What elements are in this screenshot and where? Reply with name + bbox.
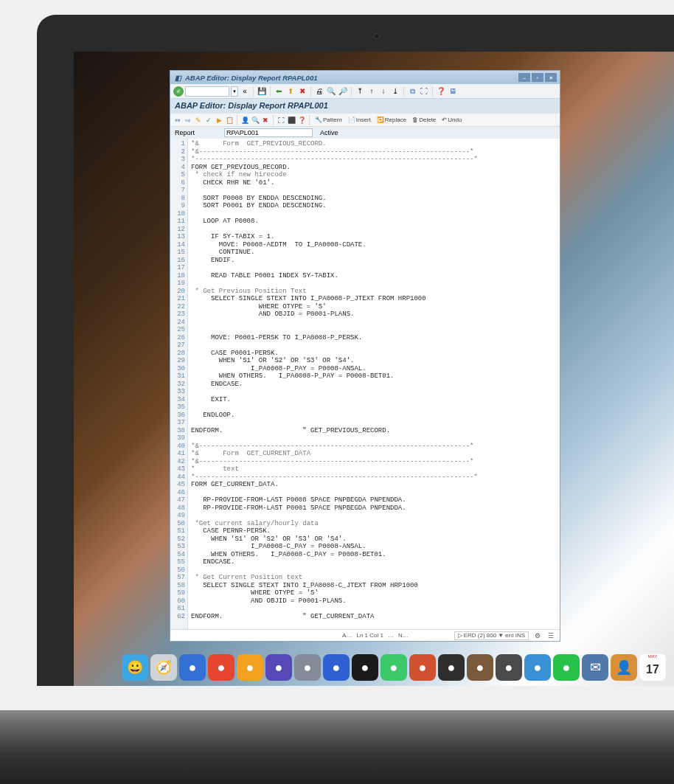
new-session-icon[interactable]: ⧉ bbox=[407, 86, 417, 97]
line-number: 43 bbox=[170, 465, 185, 473]
code-line: CASE PERNR-PERSK. bbox=[191, 527, 557, 535]
code-line: *& Form GET_PREVIOUS_RECORD. bbox=[191, 140, 557, 148]
code-line: MOVE: P0001-PERSK TO I_PA0008-P_PERSK. bbox=[191, 334, 557, 342]
dock-item-safari[interactable]: 🧭 bbox=[150, 654, 177, 681]
dock-item-contacts[interactable]: 👤 bbox=[611, 654, 637, 681]
line-number: 41 bbox=[170, 450, 185, 458]
object-list-icon[interactable]: 👤 bbox=[240, 116, 249, 125]
dock-item-app13[interactable]: ● bbox=[524, 654, 551, 681]
next-page-icon[interactable]: ↓ bbox=[378, 86, 389, 97]
dock-item-app9[interactable]: ● bbox=[409, 654, 436, 681]
status-config-icon[interactable]: ⚙ bbox=[533, 631, 542, 640]
line-number: 46 bbox=[170, 489, 185, 497]
dock-item-whatsapp[interactable]: ● bbox=[553, 654, 580, 681]
code-area[interactable]: *& Form GET_PREVIOUS_RECORD.*&----------… bbox=[188, 139, 560, 629]
toggle-icon[interactable]: ⇔ bbox=[173, 116, 182, 125]
code-line bbox=[191, 264, 557, 272]
minimize-button[interactable]: – bbox=[518, 73, 530, 82]
where-used-icon[interactable]: 📋 bbox=[225, 116, 234, 125]
line-number: 22 bbox=[170, 303, 185, 311]
dock-item-finder[interactable]: 😀 bbox=[122, 654, 148, 681]
fullscreen-icon[interactable]: ⛶ bbox=[277, 116, 285, 125]
delete-button[interactable]: 🗑 Delete bbox=[410, 115, 438, 125]
nav-icon[interactable]: 🔍 bbox=[251, 116, 260, 125]
shortcut-icon[interactable]: ⛶ bbox=[419, 86, 429, 97]
pattern-icon: 🔧 bbox=[315, 117, 322, 123]
maximize-button[interactable]: ▫ bbox=[532, 73, 543, 82]
code-line: *&--------------------------------------… bbox=[191, 458, 557, 466]
cancel-icon[interactable]: ✖ bbox=[297, 86, 308, 97]
close-button[interactable]: × bbox=[545, 73, 557, 82]
dock-item-app10[interactable]: ● bbox=[438, 654, 465, 681]
code-line: CASE P0001-PERSK. bbox=[191, 350, 557, 358]
find-icon[interactable]: 🔍 bbox=[326, 86, 336, 97]
save-icon[interactable]: 💾 bbox=[257, 86, 267, 97]
dock-item-app7[interactable]: ● bbox=[352, 654, 378, 681]
dock-item-app11[interactable]: ● bbox=[467, 654, 493, 681]
dock-item-app2[interactable]: ● bbox=[208, 654, 234, 681]
status-indicator: N… bbox=[398, 632, 409, 639]
test-icon[interactable]: ▶ bbox=[215, 116, 223, 125]
enter-button[interactable]: ✓ bbox=[173, 86, 184, 97]
command-dropdown[interactable]: ▼ bbox=[231, 86, 238, 97]
first-page-icon[interactable]: ⤒ bbox=[355, 86, 365, 97]
insert-icon: 📄 bbox=[348, 117, 355, 123]
line-number: 26 bbox=[170, 334, 185, 342]
exit-icon[interactable]: ⬆ bbox=[285, 86, 296, 97]
window-title: ABAP Editor: Display Report RPAPL001 bbox=[185, 74, 317, 82]
line-number: 29 bbox=[170, 357, 185, 365]
line-number: 35 bbox=[170, 403, 185, 412]
pattern-button[interactable]: 🔧 Pattern bbox=[313, 115, 344, 125]
dock-item-app1[interactable]: ● bbox=[179, 654, 206, 681]
last-page-icon[interactable]: ⤓ bbox=[390, 86, 400, 97]
dock-item-app5[interactable]: ● bbox=[294, 654, 321, 681]
dock-item-app6[interactable]: ● bbox=[323, 654, 350, 681]
layout-icon[interactable]: 🖥 bbox=[448, 86, 458, 97]
prev-page-icon[interactable]: ↑ bbox=[366, 86, 377, 97]
help-icon[interactable]: ❓ bbox=[436, 86, 446, 97]
code-line: SELECT SINGLE STEXT INTO I_PA0008-P_JTEX… bbox=[191, 295, 557, 303]
dock-item-calendar[interactable]: MAY17 bbox=[639, 654, 666, 681]
display-icon[interactable]: ⇨ bbox=[184, 116, 192, 125]
line-number: 13 bbox=[170, 233, 185, 241]
dock-item-app3[interactable]: ● bbox=[237, 654, 263, 681]
line-number: 42 bbox=[170, 458, 185, 466]
breakpoint-icon[interactable]: ⬛ bbox=[287, 116, 296, 125]
laptop-screen: ◧ ABAP Editor: Display Report RPAPL001 –… bbox=[74, 52, 674, 686]
code-editor[interactable]: 1234567891011121314151617181920212223242… bbox=[170, 139, 560, 629]
line-number: 3 bbox=[170, 156, 185, 164]
other-icon[interactable]: ✖ bbox=[261, 116, 270, 125]
code-line: SORT P0008 BY ENDDA DESCENDING. bbox=[191, 195, 557, 203]
back-icon[interactable]: ⬅ bbox=[274, 86, 284, 97]
code-line: WHERE OTYPE = 'S' bbox=[191, 589, 557, 597]
find-next-icon[interactable]: 🔎 bbox=[338, 86, 348, 97]
line-number: 15 bbox=[170, 249, 185, 257]
activate-icon[interactable]: ✓ bbox=[204, 116, 213, 125]
line-number: 7 bbox=[170, 187, 185, 195]
dock-item-app8[interactable]: ● bbox=[381, 654, 407, 681]
command-field[interactable] bbox=[185, 86, 229, 97]
line-number: 1 bbox=[170, 140, 185, 148]
status-layout-icon[interactable]: ☰ bbox=[546, 631, 555, 640]
report-name-field[interactable] bbox=[224, 128, 313, 137]
undo-button[interactable]: ↶ Undo bbox=[440, 115, 464, 125]
dock-item-app12[interactable]: ● bbox=[496, 654, 522, 681]
dock-item-app4[interactable]: ● bbox=[265, 654, 292, 681]
nav-back-icon[interactable]: « bbox=[240, 86, 250, 97]
line-number: 51 bbox=[170, 527, 185, 535]
dock-item-mail[interactable]: ✉ bbox=[582, 654, 608, 681]
system-indicator[interactable]: ▷ ERD (2) 800 ▼ erd INS bbox=[454, 631, 529, 640]
report-label: Report bbox=[175, 129, 195, 136]
help-obj-icon[interactable]: ❓ bbox=[297, 116, 306, 125]
line-number: 36 bbox=[170, 412, 185, 420]
print-icon[interactable]: 🖨 bbox=[314, 86, 324, 97]
replace-button[interactable]: 🔁 Replace bbox=[375, 115, 409, 125]
code-line: EXIT. bbox=[191, 396, 557, 404]
status-bar: A… Ln 1 Col 1 … N… ▷ ERD (2) 800 ▼ erd I… bbox=[170, 629, 560, 641]
line-number: 44 bbox=[170, 473, 185, 482]
check-icon[interactable]: ✎ bbox=[194, 116, 203, 125]
code-line bbox=[191, 388, 557, 396]
code-line bbox=[191, 226, 557, 234]
insert-button[interactable]: 📄 Insert bbox=[346, 115, 373, 125]
code-line bbox=[191, 434, 557, 443]
